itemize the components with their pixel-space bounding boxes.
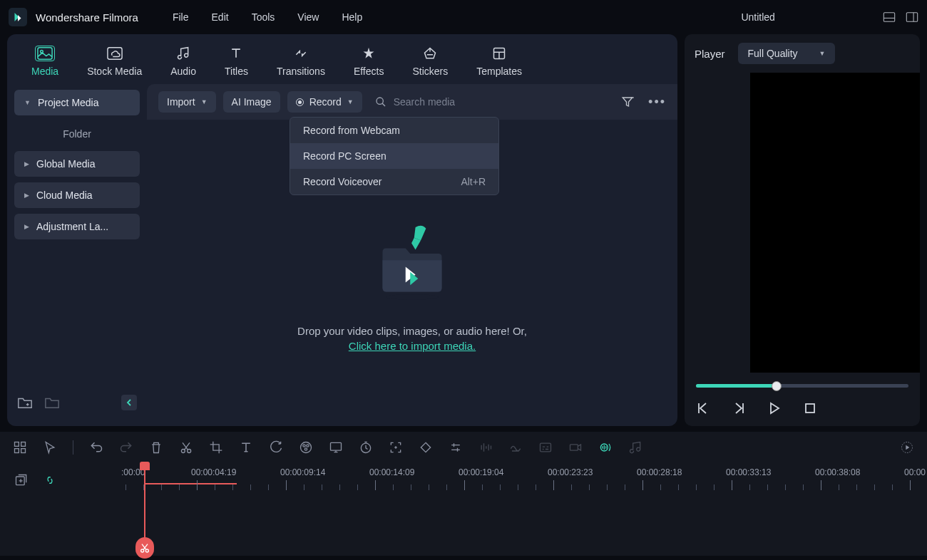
- adjust-icon[interactable]: [449, 440, 463, 455]
- app-title: Wondershare Filmora: [36, 11, 138, 24]
- record-screen-item[interactable]: Record PC Screen: [290, 143, 498, 169]
- import-button[interactable]: Import ▼: [158, 91, 216, 113]
- quality-dropdown[interactable]: Full Quality ▼: [738, 43, 836, 64]
- tab-stock-media[interactable]: Stock Media: [76, 41, 153, 81]
- playhead-handle[interactable]: [140, 462, 150, 470]
- app-logo-icon: [9, 8, 27, 26]
- menu-edit[interactable]: Edit: [212, 11, 229, 23]
- import-media-link[interactable]: Click here to import media.: [349, 340, 476, 352]
- focus-icon[interactable]: [389, 440, 403, 455]
- more-icon[interactable]: •••: [648, 95, 666, 110]
- redo-icon[interactable]: [119, 440, 133, 455]
- subtitle-icon[interactable]: [538, 440, 553, 455]
- timer-icon[interactable]: [359, 440, 373, 455]
- cut-icon[interactable]: [179, 440, 193, 455]
- titles-icon: [226, 46, 246, 61]
- tab-audio[interactable]: Audio: [159, 41, 208, 81]
- record-button[interactable]: Record ▼: [287, 91, 362, 113]
- svg-point-20: [301, 442, 312, 453]
- caret-right-icon: ▶: [24, 160, 29, 167]
- chevron-down-icon: ▼: [201, 98, 208, 105]
- undo-icon[interactable]: [89, 440, 103, 455]
- record-webcam-item[interactable]: Record from Webcam: [290, 118, 498, 143]
- sidebar-project-media[interactable]: ▼ Project Media: [14, 90, 140, 115]
- svg-point-23: [304, 448, 307, 450]
- prev-frame-button[interactable]: [696, 402, 710, 415]
- document-title: Untitled: [741, 11, 774, 23]
- link-icon[interactable]: [43, 473, 57, 487]
- layout-icon[interactable]: [883, 12, 896, 22]
- caret-down-icon: ▼: [24, 99, 31, 106]
- scissor-icon[interactable]: [135, 537, 154, 559]
- video-preview[interactable]: [750, 73, 920, 373]
- svg-rect-0: [884, 13, 894, 22]
- media-toolbar: Import ▼ AI Image Record ▼: [147, 84, 677, 120]
- menu-help[interactable]: Help: [342, 11, 362, 23]
- stickers-icon: [420, 46, 440, 61]
- crop-icon[interactable]: [209, 440, 223, 455]
- tab-stickers[interactable]: Stickers: [401, 41, 459, 81]
- cloud-icon: [105, 46, 125, 61]
- svg-rect-14: [15, 442, 19, 447]
- equalizer-icon[interactable]: [478, 440, 493, 455]
- color-icon[interactable]: [299, 440, 313, 455]
- svg-rect-2: [906, 13, 917, 22]
- tab-templates[interactable]: Templates: [465, 41, 533, 81]
- sidebar-adjustment-layer[interactable]: ▶ Adjustment La...: [14, 214, 140, 239]
- screen-icon[interactable]: [329, 440, 343, 455]
- chevron-down-icon: ▼: [347, 98, 354, 105]
- ai-image-button[interactable]: AI Image: [223, 91, 280, 113]
- play-button[interactable]: [767, 402, 782, 415]
- svg-rect-15: [21, 442, 26, 447]
- search-input[interactable]: [394, 96, 536, 108]
- filter-icon[interactable]: [621, 95, 634, 108]
- new-folder-icon[interactable]: [17, 395, 33, 410]
- timeline[interactable]: :00:00 00:00:04:1900:00:09:1400:00:14:09…: [0, 463, 927, 556]
- folder-icon[interactable]: [44, 395, 60, 410]
- sidebar-global-media[interactable]: ▶ Global Media: [14, 151, 140, 177]
- caret-right-icon: ▶: [24, 223, 29, 230]
- record-voiceover-item[interactable]: Record Voiceover Alt+R: [290, 169, 498, 195]
- title-bar: Wondershare Filmora File Edit Tools View…: [0, 0, 927, 34]
- effects-icon: [359, 46, 379, 61]
- search-icon: [375, 96, 386, 108]
- apps-icon[interactable]: [13, 440, 27, 455]
- collapse-sidebar-button[interactable]: [121, 395, 137, 410]
- playhead[interactable]: [144, 463, 145, 556]
- record-tl-icon[interactable]: [568, 440, 583, 455]
- media-sidebar: ▼ Project Media Folder ▶ Global Media ▶ …: [7, 84, 147, 426]
- menu-file[interactable]: File: [173, 11, 189, 23]
- sidebar-folder-label: Folder: [14, 121, 140, 147]
- speed-back-icon[interactable]: [269, 440, 283, 455]
- svg-line-11: [382, 103, 385, 106]
- keyframe-icon[interactable]: [419, 440, 433, 455]
- tab-titles[interactable]: Titles: [213, 41, 260, 81]
- render-icon[interactable]: [900, 440, 914, 455]
- music-tl-icon[interactable]: [628, 440, 642, 455]
- menu-tools[interactable]: Tools: [252, 11, 275, 23]
- tab-media[interactable]: Media: [20, 41, 70, 81]
- dropzone-text: Drop your video clips, images, or audio …: [297, 325, 527, 337]
- svg-point-21: [303, 445, 305, 447]
- add-track-icon[interactable]: [14, 473, 29, 487]
- next-frame-button[interactable]: [732, 402, 746, 415]
- playback-slider[interactable]: [696, 384, 908, 388]
- cursor-icon[interactable]: [43, 440, 57, 455]
- slider-thumb[interactable]: [772, 381, 782, 391]
- transitions-icon: [291, 46, 311, 61]
- voice-enhance-icon[interactable]: [598, 440, 613, 455]
- menu-bar: File Edit Tools View Help: [173, 11, 362, 23]
- delete-icon[interactable]: [149, 440, 163, 455]
- timeline-ruler[interactable]: :00:00 00:00:04:1900:00:09:1400:00:14:09…: [121, 463, 927, 492]
- menu-view[interactable]: View: [297, 11, 319, 23]
- tab-transitions[interactable]: Transitions: [265, 41, 337, 81]
- templates-icon: [489, 46, 509, 61]
- stop-button[interactable]: [803, 402, 817, 415]
- sidebar-cloud-media[interactable]: ▶ Cloud Media: [14, 182, 140, 208]
- audio-duck-icon[interactable]: [508, 440, 523, 455]
- svg-rect-4: [38, 48, 52, 60]
- timeline-track-controls: [0, 463, 121, 556]
- text-icon[interactable]: [239, 440, 253, 455]
- panel-icon[interactable]: [906, 12, 918, 22]
- tab-effects[interactable]: Effects: [342, 41, 396, 81]
